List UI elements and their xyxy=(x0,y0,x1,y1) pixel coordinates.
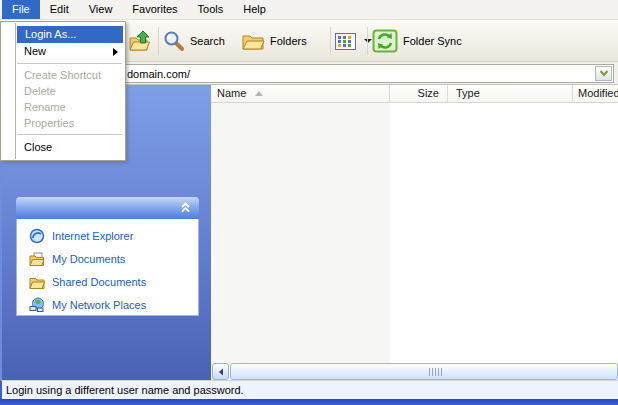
search-icon xyxy=(163,30,185,52)
scrollbar-thumb[interactable] xyxy=(230,363,618,380)
menu-item-create-shortcut: Create Shortcut xyxy=(16,67,125,83)
views-dropdown-arrow-icon[interactable] xyxy=(364,39,372,43)
column-header-name[interactable]: Name xyxy=(211,85,390,102)
column-header-modified[interactable]: Modified xyxy=(573,85,618,102)
menu-help[interactable]: Help xyxy=(233,0,276,19)
search-button[interactable]: Search xyxy=(163,25,225,57)
folders-icon xyxy=(241,31,265,51)
submenu-arrow-icon xyxy=(113,48,118,56)
sidebar-item-shared-documents[interactable]: Shared Documents xyxy=(29,273,146,291)
other-places-panel: Internet Explorer My Documents xyxy=(16,197,199,316)
column-header-type[interactable]: Type xyxy=(448,85,573,102)
sidebar-item-my-network-places[interactable]: My Network Places xyxy=(29,296,146,314)
menu-item-rename: Rename xyxy=(16,99,125,115)
sidebar-item-internet-explorer[interactable]: Internet Explorer xyxy=(29,227,133,245)
other-places-body: Internet Explorer My Documents xyxy=(16,219,199,316)
sidebar-item-label: My Documents xyxy=(52,253,125,265)
menu-separator xyxy=(17,63,122,64)
toolbar-separator xyxy=(367,27,368,55)
sorted-column-shading xyxy=(211,103,390,363)
other-places-header xyxy=(16,197,199,219)
chevron-down-icon xyxy=(599,70,609,77)
search-label: Search xyxy=(190,35,225,47)
scroll-left-button[interactable] xyxy=(212,363,229,380)
window-bottom-border xyxy=(0,399,618,405)
internet-explorer-icon xyxy=(29,228,45,244)
menu-item-close[interactable]: Close xyxy=(16,138,125,156)
up-folder-icon xyxy=(128,30,152,52)
folder-sync-label: Folder Sync xyxy=(403,35,462,47)
sidebar-item-my-documents[interactable]: My Documents xyxy=(29,250,125,268)
status-bar: Login using a different user name and pa… xyxy=(0,380,618,399)
address-value[interactable]: domain.com/ xyxy=(127,67,190,81)
sidebar-item-label: Internet Explorer xyxy=(52,230,133,242)
address-combobox[interactable]: domain.com/ xyxy=(44,64,614,83)
up-button[interactable] xyxy=(128,25,152,57)
explorer-window: File Edit View Favorites Tools Help xyxy=(0,0,618,405)
collapse-chevron-icon[interactable] xyxy=(179,201,192,214)
file-list-area[interactable] xyxy=(211,103,618,363)
menu-bar: File Edit View Favorites Tools Help xyxy=(0,0,618,20)
toolbar-separator xyxy=(158,27,159,55)
my-network-places-icon xyxy=(29,297,45,313)
menu-tools[interactable]: Tools xyxy=(188,0,234,19)
file-menu-popup: Login As... New Create Shortcut Delete R… xyxy=(0,21,126,161)
menu-item-login-as[interactable]: Login As... xyxy=(17,26,123,43)
scrollbar-grip xyxy=(429,368,442,376)
menu-edit[interactable]: Edit xyxy=(40,0,79,19)
views-icon xyxy=(335,33,356,50)
horizontal-scrollbar xyxy=(211,363,618,380)
status-text: Login using a different user name and pa… xyxy=(6,384,244,396)
folders-button[interactable]: Folders xyxy=(241,25,307,57)
my-documents-icon xyxy=(29,252,45,267)
folders-label: Folders xyxy=(270,35,307,47)
folder-sync-icon xyxy=(372,29,398,53)
menu-item-properties: Properties xyxy=(16,115,125,131)
sort-ascending-icon xyxy=(255,91,263,96)
menu-favorites[interactable]: Favorites xyxy=(122,0,187,19)
list-column-headers: Name Size Type Modified xyxy=(211,85,618,103)
menu-item-delete: Delete xyxy=(16,83,125,99)
menu-view[interactable]: View xyxy=(79,0,123,19)
folder-sync-button[interactable]: Folder Sync xyxy=(372,25,462,57)
menu-item-new-label: New xyxy=(24,45,46,57)
toolbar-separator xyxy=(330,27,331,55)
sidebar-item-label: My Network Places xyxy=(52,299,146,311)
column-header-name-label: Name xyxy=(217,87,246,99)
menu-file[interactable]: File xyxy=(2,0,40,19)
sidebar-item-label: Shared Documents xyxy=(52,276,146,288)
shared-documents-icon xyxy=(29,275,45,290)
menu-item-new[interactable]: New xyxy=(16,43,125,60)
address-dropdown-button[interactable] xyxy=(595,66,612,81)
arrow-left-icon xyxy=(218,368,224,376)
column-header-size[interactable]: Size xyxy=(390,85,448,102)
menu-separator xyxy=(17,134,122,135)
